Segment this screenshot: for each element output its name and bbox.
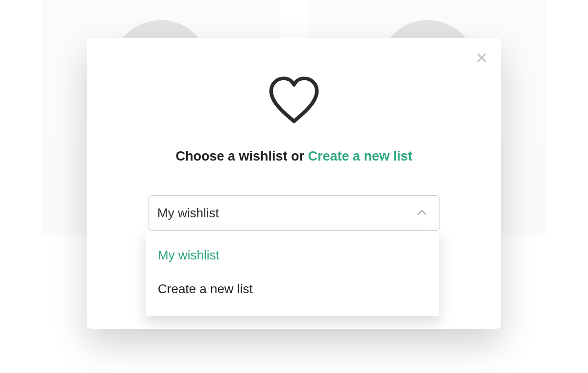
wishlist-select[interactable]: My wishlist [148, 195, 440, 231]
close-button[interactable] [473, 49, 490, 67]
headline-prefix: Choose a wishlist or [175, 149, 308, 163]
chevron-up-icon [417, 209, 427, 217]
wishlist-dropdown: My wishlist Create a new list [146, 231, 439, 316]
heart-icon [267, 75, 321, 126]
dropdown-option-create-new[interactable]: Create a new list [146, 276, 439, 303]
modal-headline: Choose a wishlist or Create a new list [175, 149, 412, 164]
selected-value: My wishlist [157, 206, 219, 221]
create-new-list-link[interactable]: Create a new list [308, 149, 412, 163]
dropdown-option-my-wishlist[interactable]: My wishlist [146, 242, 439, 269]
close-icon [476, 52, 487, 63]
